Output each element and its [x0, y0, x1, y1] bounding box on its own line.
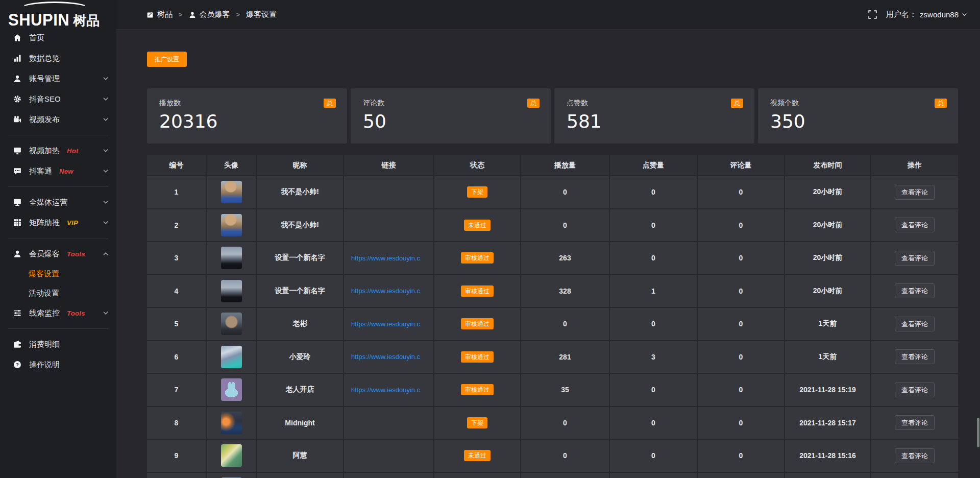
total-badge: 总 [731, 99, 743, 108]
publish-time: 20小时前 [813, 221, 843, 230]
sidebar-item-all-media-operation[interactable]: 全媒体运营 [0, 192, 116, 212]
user-menu[interactable]: 用户名：zswodun88 [886, 10, 967, 19]
video-link[interactable]: https://www.iesdouyin.c [351, 386, 420, 394]
sidebar-item-label: 矩阵助推 [29, 218, 60, 228]
sidebar-item-activity-settings[interactable]: 活动设置 [0, 283, 116, 303]
brand-logo: SHUPIN 树品 [0, 0, 116, 28]
sidebar-item-member-baoke[interactable]: 会员爆客Tools [0, 244, 116, 264]
cell-publish-time: 20小时前 [785, 176, 871, 209]
status-badge: 审核通过 [461, 384, 494, 395]
status-badge: 未通过 [464, 220, 491, 231]
table-body: 1我不是小帅!下架00020小时前查看评论2我不是小帅!未通过00020小时前查… [147, 176, 958, 478]
total-badge: 总 [527, 99, 540, 108]
fullscreen-icon[interactable] [868, 10, 877, 19]
avatar [221, 313, 242, 335]
view-comments-button[interactable]: 查看评论 [895, 185, 935, 200]
avatar [221, 181, 242, 203]
likes-count: 0 [651, 188, 655, 196]
sidebar-item-label: 视频发布 [29, 115, 60, 125]
column-header: 评论量 [698, 155, 785, 176]
chevron-down-icon [103, 310, 109, 316]
comments-count: 0 [739, 287, 743, 295]
cell-avatar [207, 275, 257, 308]
cell-link: https://www.iesdouyin.c [344, 275, 434, 308]
chevron-down-icon [103, 199, 109, 205]
cell-avatar [207, 341, 257, 374]
status-badge: 下架 [467, 417, 487, 428]
publish-time: 1天前 [819, 319, 837, 328]
row-id: 5 [175, 320, 179, 328]
publish-time: 20小时前 [813, 253, 843, 262]
sidebar-item-tag: VIP [67, 219, 78, 227]
plays-count: 0 [563, 221, 567, 229]
view-comments-button[interactable]: 查看评论 [895, 317, 935, 331]
likes-count: 0 [651, 419, 655, 427]
sidebar: SHUPIN 树品 首页数据总览账号管理抖音SEO视频发布视频加热Hot抖客通N… [0, 0, 116, 478]
sidebar-item-video-heat[interactable]: 视频加热Hot [0, 140, 116, 161]
view-comments-button[interactable]: 查看评论 [895, 218, 935, 232]
publish-time: 20小时前 [813, 286, 843, 296]
likes-count: 0 [651, 320, 655, 328]
view-comments-button[interactable]: 查看评论 [895, 383, 935, 397]
promote-settings-button[interactable]: 推广设置 [147, 52, 187, 67]
chevron-down-icon [962, 12, 967, 17]
sidebar-item-clue-monitor[interactable]: 线索监控Tools [0, 303, 116, 323]
view-comments-button[interactable]: 查看评论 [895, 283, 935, 298]
cell-comments: 0 [698, 407, 785, 440]
scrollbar-thumb[interactable] [977, 418, 979, 447]
cell-actions [871, 473, 958, 478]
cell-publish-time: 20小时前 [785, 242, 871, 275]
breadcrumb-separator: > [236, 11, 240, 18]
sidebar-item-label: 抖音SEO [29, 94, 61, 104]
view-comments-button[interactable]: 查看评论 [895, 251, 935, 266]
chevron-down-icon [103, 116, 109, 123]
sidebar-item-data-overview[interactable]: 数据总览 [0, 48, 116, 68]
video-link[interactable]: https://www.iesdouyin.c [351, 287, 420, 295]
cell-comments: 0 [698, 242, 785, 275]
breadcrumb-item-shupin[interactable]: 树品 [146, 10, 173, 19]
sidebar-item-douyin-seo[interactable]: 抖音SEO [0, 89, 116, 109]
sidebar-item-doukotong[interactable]: 抖客通New [0, 161, 116, 181]
cell-nickname: 阿慧 [257, 440, 344, 473]
sidebar-item-label: 消费明细 [29, 340, 60, 349]
video-link[interactable]: https://www.iesdouyin.c [351, 320, 420, 328]
cell-id: 5 [147, 308, 207, 341]
cell-plays: 0 [521, 209, 610, 243]
cell-actions: 查看评论 [871, 341, 958, 374]
likes-count: 1 [651, 287, 655, 295]
sidebar-item-consume-detail[interactable]: 消费明细 [0, 334, 116, 354]
sidebar-item-baoke-settings[interactable]: 爆客设置 [0, 264, 116, 283]
cell-publish-time: 2021-11-28 15:17 [785, 407, 871, 440]
column-header: 操作 [871, 155, 958, 176]
cell-nickname: 设置一个新名字 [257, 242, 344, 275]
sidebar-item-matrix-boost[interactable]: 矩阵助推VIP [0, 212, 116, 233]
row-id: 7 [175, 386, 179, 394]
view-comments-button[interactable]: 查看评论 [895, 448, 935, 463]
video-link[interactable]: https://www.iesdouyin.c [351, 353, 420, 361]
cell-plays: 35 [521, 374, 610, 407]
breadcrumb-item-baoke-settings: 爆客设置 [246, 10, 277, 19]
sidebar-item-operation-guide[interactable]: ?操作说明 [0, 354, 116, 375]
comments-count: 0 [739, 353, 743, 361]
likes-count: 0 [651, 254, 655, 262]
sidebar-item-home[interactable]: 首页 [0, 28, 116, 48]
member-icon [13, 250, 21, 258]
logo-text-en: SHUPIN [8, 11, 69, 28]
user-icon [189, 11, 196, 18]
cell-status: 审核通过 [434, 242, 521, 275]
cell-plays: 0 [521, 308, 610, 341]
breadcrumb-item-member-baoke[interactable]: 会员爆客 [189, 10, 230, 19]
stat-card-videos: 视频个数 350 总 [758, 88, 958, 144]
sidebar-item-label: 账号管理 [29, 74, 60, 84]
cell-plays: 0 [521, 440, 610, 473]
cell-link [344, 209, 434, 243]
table-row: 3设置一个新名字https://www.iesdouyin.c审核通过26300… [147, 242, 958, 275]
cell-link: https://www.iesdouyin.c [344, 341, 434, 374]
sidebar-item-video-publish[interactable]: 视频发布 [0, 109, 116, 130]
video-link[interactable]: https://www.iesdouyin.c [351, 254, 420, 262]
sidebar-item-account-manage[interactable]: 账号管理 [0, 68, 116, 89]
plays-count: 0 [563, 419, 567, 427]
view-comments-button[interactable]: 查看评论 [895, 415, 935, 430]
view-comments-button[interactable]: 查看评论 [895, 349, 935, 364]
row-id: 2 [175, 221, 179, 229]
